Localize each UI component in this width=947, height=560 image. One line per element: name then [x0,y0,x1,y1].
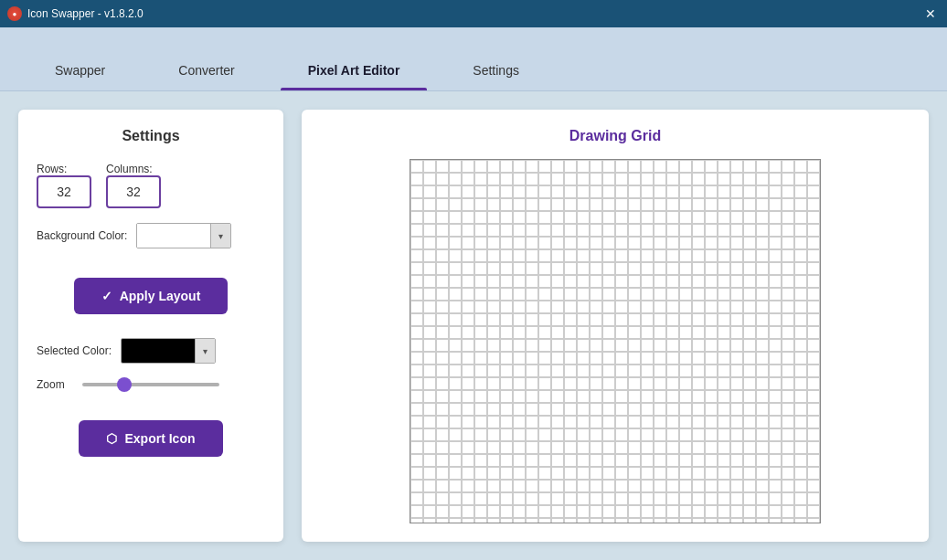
grid-cell[interactable] [436,416,449,428]
grid-cell[interactable] [500,185,513,198]
grid-cell[interactable] [615,313,628,326]
grid-cell[interactable] [654,288,666,301]
grid-cell[interactable] [807,173,820,185]
grid-cell[interactable] [513,313,526,326]
grid-cell[interactable] [679,313,692,326]
grid-cell[interactable] [513,185,526,198]
grid-cell[interactable] [590,492,602,505]
grid-cell[interactable] [679,339,692,352]
grid-cell[interactable] [410,237,423,249]
grid-cell[interactable] [462,403,474,416]
grid-cell[interactable] [743,211,756,224]
grid-cell[interactable] [551,249,564,262]
grid-cell[interactable] [513,403,526,416]
grid-cell[interactable] [692,505,705,518]
grid-cell[interactable] [718,352,730,365]
grid-cell[interactable] [590,390,602,403]
grid-cell[interactable] [769,185,782,198]
grid-cell[interactable] [794,518,807,523]
grid-cell[interactable] [654,249,666,262]
grid-cell[interactable] [615,518,628,523]
grid-cell[interactable] [666,211,679,224]
grid-cell[interactable] [705,185,718,198]
grid-cell[interactable] [718,390,730,403]
grid-cell[interactable] [615,173,628,185]
grid-cell[interactable] [590,288,602,301]
grid-cell[interactable] [628,403,641,416]
grid-cell[interactable] [602,262,615,275]
grid-cell[interactable] [602,249,615,262]
grid-cell[interactable] [743,403,756,416]
grid-cell[interactable] [756,492,769,505]
grid-cell[interactable] [436,339,449,352]
grid-cell[interactable] [474,160,487,173]
grid-cell[interactable] [449,173,462,185]
grid-cell[interactable] [641,262,654,275]
grid-cell[interactable] [756,262,769,275]
grid-cell[interactable] [756,467,769,480]
grid-cell[interactable] [487,211,500,224]
grid-cell[interactable] [602,505,615,518]
grid-cell[interactable] [487,237,500,249]
grid-cell[interactable] [500,262,513,275]
grid-cell[interactable] [538,288,551,301]
grid-cell[interactable] [526,377,538,390]
grid-cell[interactable] [743,505,756,518]
grid-cell[interactable] [807,390,820,403]
grid-cell[interactable] [679,301,692,313]
grid-cell[interactable] [641,390,654,403]
grid-cell[interactable] [615,288,628,301]
grid-cell[interactable] [641,377,654,390]
grid-cell[interactable] [462,198,474,211]
grid-cell[interactable] [513,416,526,428]
drawing-grid[interactable] [410,159,821,523]
grid-cell[interactable] [615,441,628,454]
grid-cell[interactable] [602,365,615,377]
grid-cell[interactable] [628,377,641,390]
grid-cell[interactable] [743,454,756,467]
tab-pixel-art-editor[interactable]: Pixel Art Editor [271,54,437,90]
grid-cell[interactable] [679,428,692,441]
grid-cell[interactable] [679,326,692,339]
grid-cell[interactable] [628,237,641,249]
grid-cell[interactable] [769,454,782,467]
grid-cell[interactable] [564,454,577,467]
grid-cell[interactable] [462,237,474,249]
grid-cell[interactable] [769,467,782,480]
grid-cell[interactable] [577,467,590,480]
grid-cell[interactable] [410,441,423,454]
grid-cell[interactable] [807,441,820,454]
grid-cell[interactable] [730,185,743,198]
grid-cell[interactable] [500,365,513,377]
grid-cell[interactable] [807,480,820,492]
grid-cell[interactable] [794,160,807,173]
grid-cell[interactable] [692,441,705,454]
grid-cell[interactable] [602,288,615,301]
grid-cell[interactable] [628,454,641,467]
grid-cell[interactable] [705,390,718,403]
grid-cell[interactable] [641,301,654,313]
grid-cell[interactable] [730,339,743,352]
grid-cell[interactable] [564,262,577,275]
grid-cell[interactable] [679,237,692,249]
grid-cell[interactable] [692,262,705,275]
grid-cell[interactable] [679,480,692,492]
grid-cell[interactable] [487,160,500,173]
grid-cell[interactable] [526,224,538,237]
grid-cell[interactable] [654,416,666,428]
grid-cell[interactable] [730,198,743,211]
grid-cell[interactable] [526,313,538,326]
grid-cell[interactable] [628,352,641,365]
grid-cell[interactable] [462,492,474,505]
grid-cell[interactable] [743,224,756,237]
grid-cell[interactable] [423,262,436,275]
grid-cell[interactable] [551,198,564,211]
grid-cell[interactable] [692,326,705,339]
grid-cell[interactable] [794,416,807,428]
grid-cell[interactable] [577,505,590,518]
grid-cell[interactable] [628,505,641,518]
grid-cell[interactable] [602,454,615,467]
grid-cell[interactable] [423,237,436,249]
grid-cell[interactable] [679,185,692,198]
grid-cell[interactable] [628,339,641,352]
